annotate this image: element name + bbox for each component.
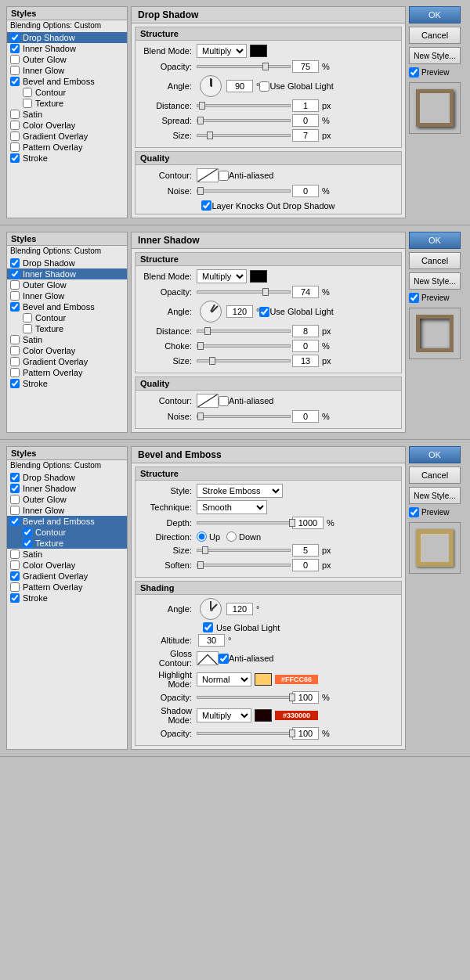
style-pattern-overlay-1[interactable]: Pattern Overlay bbox=[7, 142, 127, 153]
blending-options-2[interactable]: Blending Options: Custom bbox=[7, 246, 127, 256]
layer-knocks-check-1[interactable] bbox=[201, 200, 212, 211]
highlight-mode-select-3[interactable]: Normal bbox=[197, 672, 251, 686]
soften-slider-3[interactable] bbox=[197, 564, 291, 567]
shadow-mode-select-3[interactable]: Multiply bbox=[197, 708, 251, 722]
style-inner-shadow-2[interactable]: Inner Shadow bbox=[7, 268, 127, 279]
style-color-overlay-3[interactable]: Color Overlay bbox=[7, 560, 127, 571]
new-style-button-1[interactable]: New Style... bbox=[409, 47, 461, 64]
global-light-check-2[interactable] bbox=[259, 307, 269, 317]
shadow-opacity-input-3[interactable] bbox=[292, 727, 319, 740]
size-input-2[interactable] bbox=[292, 355, 319, 367]
distance-input-2[interactable] bbox=[292, 325, 319, 337]
style-gradient-overlay-2[interactable]: Gradient Overlay bbox=[7, 356, 127, 367]
technique-select-3[interactable]: Smooth bbox=[197, 500, 267, 514]
angle-input-1[interactable] bbox=[226, 80, 253, 92]
style-texture-1[interactable]: Texture bbox=[7, 98, 127, 109]
altitude-input-3[interactable] bbox=[198, 634, 225, 647]
new-style-button-3[interactable]: New Style... bbox=[409, 487, 461, 504]
blending-options-3[interactable]: Blending Options: Custom bbox=[7, 460, 127, 470]
distance-slider-1[interactable] bbox=[197, 104, 291, 107]
ok-button-2[interactable]: OK bbox=[409, 232, 461, 249]
shading-global-light-check-3[interactable] bbox=[203, 622, 213, 632]
opacity-slider-2[interactable] bbox=[197, 290, 291, 294]
style-outer-glow-3[interactable]: Outer Glow bbox=[7, 494, 127, 505]
style-contour-3[interactable]: Contour bbox=[7, 527, 127, 538]
blend-color-swatch-1[interactable] bbox=[250, 45, 267, 57]
size-slider-1[interactable] bbox=[197, 134, 291, 137]
opacity-slider-1[interactable] bbox=[197, 65, 291, 68]
depth-slider-3[interactable] bbox=[197, 521, 291, 524]
spread-input-1[interactable] bbox=[292, 114, 319, 127]
shadow-opacity-slider-3[interactable] bbox=[197, 732, 291, 735]
style-pattern-overlay-2[interactable]: Pattern Overlay bbox=[7, 367, 127, 378]
style-gradient-overlay-3[interactable]: Gradient Overlay bbox=[7, 571, 127, 582]
choke-slider-2[interactable] bbox=[197, 344, 291, 348]
noise-slider-1[interactable] bbox=[197, 189, 291, 193]
gloss-contour-preview-3[interactable] bbox=[197, 651, 219, 665]
anti-aliased-check-2[interactable] bbox=[219, 396, 229, 406]
blend-mode-select-1[interactable]: Multiply bbox=[197, 44, 247, 58]
contour-preview-1[interactable] bbox=[197, 168, 219, 182]
style-outer-glow-2[interactable]: Outer Glow bbox=[7, 279, 127, 290]
style-color-overlay-2[interactable]: Color Overlay bbox=[7, 345, 127, 356]
size-input-1[interactable] bbox=[292, 129, 319, 142]
depth-input-3[interactable] bbox=[292, 517, 324, 529]
noise-input-2[interactable] bbox=[292, 410, 319, 423]
global-light-check-1[interactable] bbox=[259, 81, 269, 92]
new-style-button-2[interactable]: New Style... bbox=[409, 272, 461, 290]
style-inner-shadow-1[interactable]: Inner Shadow bbox=[7, 43, 127, 54]
style-contour-2[interactable]: Contour bbox=[7, 312, 127, 323]
distance-slider-2[interactable] bbox=[197, 330, 291, 333]
style-drop-shadow-3[interactable]: Drop Shadow bbox=[7, 472, 127, 483]
cancel-button-1[interactable]: Cancel bbox=[409, 27, 461, 44]
shading-angle-dial-3[interactable] bbox=[200, 598, 222, 620]
noise-input-1[interactable] bbox=[292, 185, 319, 197]
angle-input-2[interactable] bbox=[226, 305, 253, 318]
direction-up-3[interactable]: Up bbox=[197, 531, 220, 542]
angle-dial-2[interactable] bbox=[200, 301, 222, 322]
style-stroke-2[interactable]: Stroke bbox=[7, 378, 127, 389]
highlight-color-swatch-3[interactable] bbox=[255, 673, 272, 686]
choke-input-2[interactable] bbox=[292, 340, 319, 352]
cancel-button-2[interactable]: Cancel bbox=[409, 252, 461, 269]
style-drop-shadow-2[interactable]: Drop Shadow bbox=[7, 258, 127, 268]
style-satin-3[interactable]: Satin bbox=[7, 549, 127, 560]
style-texture-3[interactable]: Texture bbox=[7, 538, 127, 549]
blend-mode-select-2[interactable]: Multiply bbox=[197, 269, 247, 283]
style-satin-1[interactable]: Satin bbox=[7, 109, 127, 120]
style-bevel-emboss-1[interactable]: Bevel and Emboss bbox=[7, 76, 127, 87]
style-stroke-1[interactable]: Stroke bbox=[7, 153, 127, 164]
style-texture-2[interactable]: Texture bbox=[7, 323, 127, 334]
style-color-overlay-1[interactable]: Color Overlay bbox=[7, 120, 127, 131]
shadow-color-swatch-3[interactable] bbox=[255, 709, 272, 722]
angle-dial-1[interactable] bbox=[200, 75, 222, 97]
direction-down-3[interactable]: Down bbox=[226, 531, 261, 542]
size-input-3[interactable] bbox=[292, 544, 319, 557]
gloss-anti-aliased-check-3[interactable] bbox=[219, 654, 229, 664]
style-inner-glow-1[interactable]: Inner Glow bbox=[7, 65, 127, 76]
anti-aliased-check-1[interactable] bbox=[219, 171, 229, 181]
shading-angle-input-3[interactable] bbox=[226, 603, 253, 615]
ok-button-3[interactable]: OK bbox=[409, 446, 461, 463]
spread-slider-1[interactable] bbox=[197, 119, 291, 122]
distance-input-1[interactable] bbox=[292, 99, 319, 112]
style-contour-1[interactable]: Contour bbox=[7, 87, 127, 98]
ok-button-1[interactable]: OK bbox=[409, 6, 461, 23]
blend-color-swatch-2[interactable] bbox=[250, 270, 267, 283]
style-drop-shadow-1[interactable]: Drop Shadow bbox=[7, 32, 127, 43]
contour-preview-2[interactable] bbox=[197, 394, 219, 408]
style-select-3[interactable]: Stroke Emboss bbox=[197, 484, 283, 498]
style-gradient-overlay-1[interactable]: Gradient Overlay bbox=[7, 131, 127, 142]
style-pattern-overlay-3[interactable]: Pattern Overlay bbox=[7, 582, 127, 593]
style-inner-shadow-3[interactable]: Inner Shadow bbox=[7, 483, 127, 494]
size-slider-3[interactable] bbox=[197, 549, 291, 552]
opacity-input-2[interactable] bbox=[292, 286, 319, 298]
style-stroke-3[interactable]: Stroke bbox=[7, 593, 127, 603]
blending-options-1[interactable]: Blending Options: Custom bbox=[7, 20, 127, 31]
opacity-input-1[interactable] bbox=[292, 60, 319, 73]
style-bevel-emboss-3[interactable]: Bevel and Emboss bbox=[7, 516, 127, 527]
noise-slider-2[interactable] bbox=[197, 415, 291, 418]
highlight-opacity-slider-3[interactable] bbox=[197, 696, 291, 699]
soften-input-3[interactable] bbox=[292, 559, 319, 571]
style-satin-2[interactable]: Satin bbox=[7, 334, 127, 345]
